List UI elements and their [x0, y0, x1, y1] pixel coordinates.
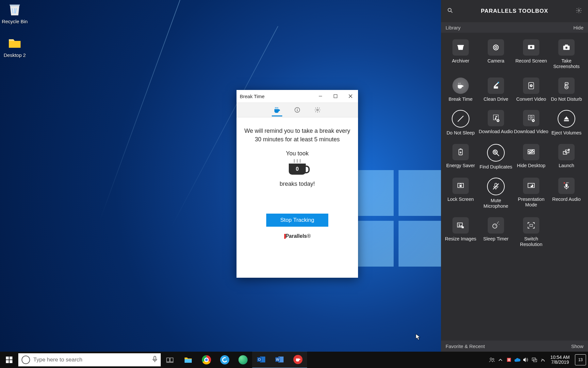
- taskbar-chrome[interactable]: [197, 352, 216, 368]
- tool-eject-volumes[interactable]: Eject Volumes: [549, 107, 584, 140]
- tool-label: Sleep Timer: [478, 236, 514, 242]
- window-body: We will remind you to take a break every…: [237, 117, 358, 239]
- tool-hide-desktop[interactable]: Hide Desktop: [514, 141, 549, 174]
- mute-microphone-icon: [487, 178, 505, 195]
- break-count: 0: [296, 166, 299, 172]
- stop-tracking-button[interactable]: Stop Tracking: [266, 214, 328, 227]
- tool-camera[interactable]: Camera: [478, 36, 514, 74]
- tray-people-icon[interactable]: [488, 357, 496, 363]
- tool-do-not-sleep[interactable]: Do Not Sleep: [443, 107, 478, 140]
- tool-label: Launch: [549, 163, 584, 168]
- breaks-today-label: breaks today!: [244, 181, 350, 187]
- tool-download-audio[interactable]: Download Audio: [478, 107, 514, 140]
- tab-info[interactable]: [293, 103, 302, 116]
- desktop-icon-desktop2[interactable]: Desktop 2: [2, 35, 28, 58]
- word-icon: W: [275, 356, 284, 363]
- task-view-button[interactable]: [161, 352, 179, 368]
- tool-launch[interactable]: Launch: [549, 141, 584, 174]
- tool-record-screen[interactable]: Record Screen: [514, 36, 549, 74]
- switch-resolution-icon: [523, 217, 539, 234]
- taskbar-file-explorer[interactable]: [179, 352, 197, 368]
- breaktime-icon: [293, 355, 302, 364]
- search-box[interactable]: Type here to search: [18, 353, 161, 366]
- tray-chevron-up-icon[interactable]: [496, 359, 505, 361]
- svg-point-12: [495, 46, 497, 49]
- minimize-button[interactable]: [313, 90, 328, 102]
- settings-icon[interactable]: [576, 7, 582, 15]
- taskbar-ie[interactable]: [216, 352, 234, 368]
- tab-break[interactable]: [272, 103, 282, 116]
- cup-graphic: 0: [244, 159, 350, 175]
- svg-rect-48: [457, 223, 462, 227]
- svg-rect-1: [334, 95, 337, 98]
- maximize-button[interactable]: [328, 90, 343, 102]
- tray-input-icon[interactable]: [539, 357, 547, 362]
- svg-point-6: [297, 108, 298, 109]
- desktop-icon-recycle-bin[interactable]: Recycle Bin: [2, 2, 28, 24]
- energy-saver-icon: [452, 144, 469, 160]
- tool-label: Camera: [478, 58, 514, 64]
- sleep-timer-icon: zzz: [488, 217, 504, 234]
- svg-rect-55: [530, 224, 533, 226]
- resize-images-icon: [452, 217, 469, 234]
- start-button[interactable]: [0, 352, 18, 368]
- tool-take-screenshots[interactable]: Take Screenshots: [549, 36, 584, 74]
- close-button[interactable]: [343, 90, 358, 102]
- show-link[interactable]: Show: [571, 343, 583, 349]
- tool-convert-video[interactable]: Convert Video: [514, 74, 549, 107]
- tool-download-video[interactable]: Download Video: [514, 107, 549, 140]
- folder-icon: [7, 35, 23, 51]
- tray-parallels-icon[interactable]: [505, 357, 513, 362]
- tray-volume-icon[interactable]: [522, 357, 530, 362]
- tab-settings[interactable]: [313, 103, 322, 116]
- presentation-mode-icon: [523, 178, 539, 194]
- tool-record-audio[interactable]: RECRecord Audio: [549, 174, 584, 214]
- svg-text:REC: REC: [566, 182, 569, 184]
- tool-clean-drive[interactable]: Clean Drive: [478, 74, 514, 107]
- taskbar-edge[interactable]: [234, 352, 252, 368]
- svg-point-70: [490, 358, 492, 360]
- taskbar-breaktime[interactable]: [289, 351, 307, 368]
- tool-sleep-timer[interactable]: zzzSleep Timer: [478, 214, 514, 252]
- tray-clock[interactable]: 10:54 AM 7/8/2019: [550, 355, 570, 365]
- svg-point-51: [493, 224, 497, 228]
- tool-switch-resolution[interactable]: Switch Resolution: [514, 214, 549, 252]
- tool-lock-screen[interactable]: Lock Screen: [443, 174, 478, 214]
- find-duplicates-icon: [487, 144, 505, 162]
- hide-link[interactable]: Hide: [573, 25, 583, 30]
- tool-label: Lock Screen: [443, 197, 478, 202]
- taskbar: Type here to search O W 10:54 AM: [0, 352, 588, 368]
- title-bar[interactable]: Break Time: [237, 90, 358, 103]
- tray-onedrive-icon[interactable]: [513, 358, 522, 362]
- tool-presentation-mode[interactable]: Presentation Mode: [514, 174, 549, 214]
- taskbar-word[interactable]: W: [270, 351, 289, 368]
- info-icon: [294, 107, 301, 113]
- tool-archiver[interactable]: Archiver: [443, 36, 478, 74]
- taskbar-outlook[interactable]: O: [252, 351, 270, 368]
- svg-rect-58: [6, 360, 9, 363]
- edge-icon: [238, 355, 248, 364]
- tool-energy-saver[interactable]: Energy Saver: [443, 141, 478, 174]
- microphone-icon[interactable]: [152, 356, 157, 364]
- search-icon[interactable]: [447, 7, 453, 15]
- do-not-disturb-icon: [558, 78, 575, 94]
- break-time-icon: [452, 78, 469, 94]
- tray-network-icon[interactable]: [530, 357, 539, 362]
- take-screenshots-icon: [558, 39, 575, 56]
- panel-title: PARALLELS TOOLBOX: [453, 8, 576, 14]
- tool-mute-microphone[interactable]: Mute Microphone: [478, 174, 514, 214]
- desktop[interactable]: Recycle Bin Desktop 2 Break Time: [0, 0, 588, 368]
- tool-do-not-disturb[interactable]: Do Not Disturb: [549, 74, 584, 107]
- folder-icon: [184, 356, 192, 363]
- break-time-window: Break Time We will remind you to tak: [237, 90, 358, 278]
- download-video-icon: [523, 110, 539, 126]
- svg-point-10: [578, 10, 580, 11]
- tool-find-duplicates[interactable]: Find Duplicates: [478, 141, 514, 174]
- action-center-icon[interactable]: 13: [575, 354, 586, 365]
- svg-rect-29: [564, 120, 569, 121]
- tool-resize-images[interactable]: Resize Images: [443, 214, 478, 252]
- convert-video-icon: [523, 78, 539, 94]
- tool-break-time[interactable]: Break Time: [443, 74, 478, 107]
- tool-label: Hide Desktop: [514, 163, 549, 168]
- svg-rect-45: [565, 184, 568, 187]
